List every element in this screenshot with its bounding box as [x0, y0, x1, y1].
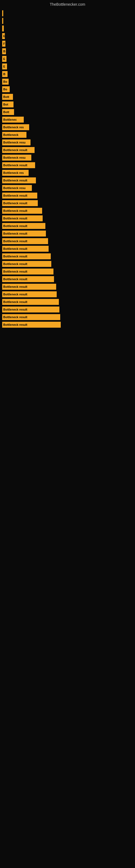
bar-row: Bottleneck result [2, 322, 135, 328]
bar-item: F [2, 41, 5, 46]
bar-item: Bottleneck result [2, 208, 42, 214]
bar-item: Bottleneck result [2, 253, 51, 259]
bar-row: Bottleneck [2, 132, 135, 138]
bar-item: Bottleneck result [2, 238, 48, 244]
bar-item: Bot [2, 101, 13, 107]
bar-row: B [2, 48, 135, 54]
bar-row: Bottleneck result [2, 284, 135, 290]
bar-row: Bottleneck result [2, 147, 135, 153]
bar-item: Bottleneck [2, 132, 27, 138]
bar-item: Bottleneck result [2, 322, 61, 328]
bar-item [2, 18, 3, 24]
bar-row: Bottleneck result [2, 261, 135, 267]
bar-row: Bot [2, 101, 135, 107]
bar-item: Bottleneck resu [2, 155, 31, 161]
bar-item: Bottleneck resu [2, 140, 31, 145]
bar-item: Bo [2, 86, 10, 92]
bar-row: Bottleneck result [2, 215, 135, 221]
bar-item: E [2, 56, 6, 62]
bar-row [2, 10, 135, 16]
bar-item: Bottleneck result [2, 307, 59, 312]
bar-row: Bottleneck result [2, 200, 135, 206]
bar-item: Bottleneck res [2, 170, 29, 176]
bar-row: Bottleneck result [2, 276, 135, 282]
bar-row: Bottleneck resu [2, 155, 135, 161]
bar-row: Bottleneck result [2, 269, 135, 275]
bar-item: Bott [2, 109, 14, 115]
bar-row: Bottleneck result [2, 230, 135, 237]
bar-item: Bott [2, 94, 13, 100]
bar-item [2, 26, 4, 31]
bar-row: Bottleneck result [2, 299, 135, 305]
bar-row: Bottleneck result [2, 193, 135, 198]
bar-item: Bottleneck result [2, 177, 36, 183]
bar-row: Bottleneck result [2, 253, 135, 259]
bar-row: Bottleneck resu [2, 140, 135, 145]
bar-row: Bottleneck result [2, 291, 135, 297]
bar-row: Bottleneck result [2, 208, 135, 214]
bar-row: Bottleneck result [2, 177, 135, 183]
bar-row: Bott [2, 109, 135, 115]
bar-row: Bottleneck result [2, 307, 135, 312]
bar-item: Bottleneck result [2, 261, 51, 267]
bar-item: Bottleneck result [2, 200, 38, 206]
bar-row: Bottleneck resu [2, 185, 135, 191]
bar-item: Bottleneck result [2, 215, 43, 221]
site-title: TheBottlenecker.com [0, 0, 135, 8]
bar-row: Bottleneck result [2, 238, 135, 244]
bar-row: Bottleneck result [2, 246, 135, 252]
bar-row: E [2, 63, 135, 69]
bar-row [2, 18, 135, 24]
bar-item: Bottleneck result [2, 193, 37, 198]
bar-row: Bottleneck res [2, 170, 135, 176]
bar-item: Bottleneck result [2, 314, 60, 320]
bar-item: E [2, 63, 7, 69]
bar-item: Bottleneck result [2, 162, 35, 168]
bar-item: Bottleneck result [2, 299, 59, 305]
bar-row: Bottleneck res [2, 124, 135, 130]
bar-item: Bo [2, 79, 9, 85]
bar-row: E [2, 33, 135, 39]
bar-item: Bottlenec [2, 117, 24, 123]
bar-item: B [2, 71, 8, 77]
bar-item: Bottleneck result [2, 291, 57, 297]
bar-item: Bottleneck resu [2, 185, 32, 191]
bar-row: Bottleneck result [2, 314, 135, 320]
bar-item: Bottleneck result [2, 246, 49, 252]
bar-row: Bott [2, 94, 135, 100]
bar-row: Bottlenec [2, 117, 135, 123]
bar-item: E [2, 33, 5, 39]
bar-row: Bottleneck result [2, 162, 135, 168]
bar-row [2, 26, 135, 31]
bar-item: Bottleneck result [2, 147, 35, 153]
bar-row: B [2, 71, 135, 77]
bar-item: Bottleneck result [2, 276, 54, 282]
bar-row: Bo [2, 79, 135, 85]
bar-row: E [2, 56, 135, 62]
bar-row: Bottleneck result [2, 223, 135, 229]
bar-item [2, 10, 3, 16]
bar-item: Bottleneck result [2, 223, 45, 229]
bars-container: EFBEEBBoBoBottBotBottBottlenecBottleneck… [0, 8, 135, 328]
bar-item: Bottleneck result [2, 230, 46, 237]
bar-row: Bo [2, 86, 135, 92]
bar-item: Bottleneck res [2, 124, 29, 130]
bar-item: Bottleneck result [2, 284, 56, 290]
bar-item: B [2, 48, 6, 54]
bar-item: Bottleneck result [2, 269, 53, 275]
bar-row: F [2, 41, 135, 46]
